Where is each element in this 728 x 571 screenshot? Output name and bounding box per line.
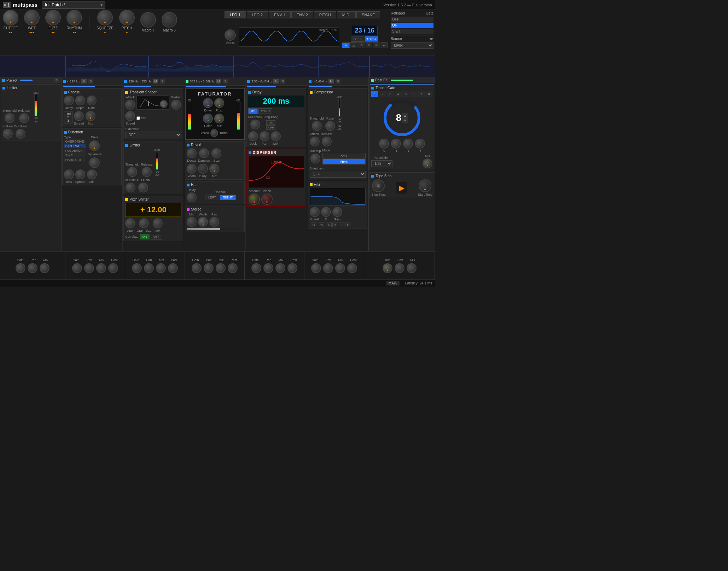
bl-mix-knob[interactable]	[40, 263, 49, 273]
band4-m-btn[interactable]: M	[273, 79, 279, 83]
lim2-outgain-knob[interactable]	[138, 183, 148, 192]
tg-d-knob[interactable]	[391, 139, 401, 149]
ts-attack-knob[interactable]	[125, 100, 135, 110]
cutoff-knob[interactable]	[3, 10, 18, 25]
delay-off-btn[interactable]: OFF	[266, 125, 275, 130]
squeeze-knob[interactable]	[97, 10, 113, 25]
delay-pan-knob[interactable]	[260, 131, 269, 141]
b5-mix-knob[interactable]	[335, 263, 345, 273]
limiter-threshold-knob[interactable]	[5, 113, 14, 123]
b2-post-knob[interactable]	[168, 263, 178, 273]
chorus-depth-knob[interactable]	[75, 96, 85, 105]
comp-peak-btn[interactable]: PEAK	[322, 159, 366, 165]
br-gain-knob[interactable]	[383, 263, 392, 273]
tg-cell-3[interactable]: 3	[387, 91, 394, 97]
delay-feedback-knob[interactable]	[250, 120, 260, 129]
tg-down-btn[interactable]: ▼	[402, 118, 408, 123]
haas-right-btn[interactable]: RIGHT	[220, 195, 236, 200]
delay-mix-knob[interactable]	[271, 131, 281, 141]
b4-gain-knob[interactable]	[251, 263, 261, 273]
lfo-free-btn[interactable]: FREE	[351, 36, 364, 42]
dist-sine[interactable]: SINE	[64, 153, 86, 157]
tg-a-knob[interactable]	[379, 139, 389, 149]
rev-decay-knob[interactable]	[187, 148, 197, 158]
rhythm-knob[interactable]	[66, 10, 82, 25]
b1-pan-knob[interactable]	[84, 263, 94, 273]
ps-off-btn[interactable]: OFF	[151, 234, 162, 240]
band3-m-btn[interactable]: M	[216, 79, 222, 83]
stereo-width-knob[interactable]	[198, 217, 208, 227]
ts-speed-knob[interactable]	[125, 111, 135, 121]
fuzz-knob[interactable]	[45, 10, 61, 25]
b2-pan-knob[interactable]	[144, 263, 154, 273]
rev-mix-knob[interactable]	[209, 164, 219, 174]
ps-jitter-knob[interactable]	[125, 218, 135, 228]
fat-stereo-knob[interactable]	[210, 129, 218, 137]
tab-snake[interactable]: SNAKE	[356, 11, 380, 18]
band5-s-btn[interactable]: S	[336, 79, 340, 83]
tg-cell-4[interactable]: 4	[395, 91, 402, 97]
source-select[interactable]: MAIN	[391, 42, 433, 49]
limiter-ingain-knob[interactable]	[3, 129, 13, 139]
chorus-spread-knob[interactable]	[74, 111, 84, 121]
chorus-delay-knob[interactable]	[64, 96, 74, 105]
b3-mix-knob[interactable]	[216, 263, 226, 273]
lim2-release-knob[interactable]	[142, 167, 152, 177]
delay-on-btn[interactable]: ON	[266, 120, 275, 125]
dist-spread-knob[interactable]	[75, 169, 85, 179]
fat-drive-knob[interactable]	[203, 98, 213, 108]
dist-foldback[interactable]: FOLDBACK	[64, 149, 86, 153]
wave-saw-btn[interactable]: /\	[366, 42, 372, 48]
ts-clip-label[interactable]: Clip	[136, 116, 146, 120]
tg-up-btn[interactable]: ▲	[402, 113, 408, 118]
chorus-rate-knob[interactable]	[87, 96, 97, 105]
band1-m-btn[interactable]: M	[81, 79, 87, 83]
b5-pan-knob[interactable]	[323, 263, 333, 273]
wave-snh-btn[interactable]: ⌐	[381, 42, 388, 48]
tg-resolution-select[interactable]: 1/32	[371, 160, 392, 167]
comp-attack-knob[interactable]	[310, 137, 320, 146]
filter-shape-peak[interactable]: ⌀	[345, 223, 350, 227]
tg-cell-1[interactable]: 1	[371, 91, 378, 97]
band1-s-btn[interactable]: S	[88, 79, 93, 83]
tg-mix-knob[interactable]	[423, 158, 432, 168]
fat-color-knob[interactable]	[203, 114, 213, 123]
tab-env1[interactable]: ENV 1	[269, 11, 291, 18]
band3-s-btn[interactable]: S	[223, 79, 228, 83]
tg-cell-2[interactable]: 2	[379, 91, 386, 97]
fat-fuzz-knob[interactable]	[214, 98, 224, 108]
tg-cell-7[interactable]: 7	[418, 91, 425, 97]
fat-mix-knob[interactable]	[214, 114, 224, 123]
filter-gain-knob[interactable]	[332, 207, 342, 217]
b2-gain-knob[interactable]	[132, 263, 142, 273]
tab-pitch[interactable]: PITCH	[314, 11, 336, 18]
nav-arrow[interactable]: ◀▶	[429, 37, 433, 40]
tg-s-knob[interactable]	[403, 139, 413, 149]
prefx-s-btn[interactable]: S	[54, 78, 59, 82]
b3-gain-knob[interactable]	[192, 263, 202, 273]
tapestop-stop-knob[interactable]: ✱	[372, 179, 385, 192]
wave-noise-btn[interactable]: ≋	[373, 42, 380, 48]
filter-shape-hp[interactable]: ↑∿	[318, 223, 325, 227]
delay-ms-btn[interactable]: MS	[248, 108, 258, 114]
b3-pan-knob[interactable]	[204, 263, 214, 273]
filter-cutoff-knob[interactable]	[310, 207, 320, 217]
tg-cell-5[interactable]: 5	[402, 91, 409, 97]
tg-r-knob[interactable]	[415, 139, 425, 149]
lim2-threshold-knob[interactable]	[127, 167, 137, 177]
dist-drive-knob[interactable]	[89, 140, 100, 151]
dist-dynamics-knob[interactable]	[89, 157, 100, 168]
comp-ratio-knob[interactable]	[325, 121, 335, 131]
lim2-ingain-knob[interactable]	[126, 183, 135, 192]
delay-duck-knob[interactable]	[248, 131, 258, 141]
ps-on-btn[interactable]: ON	[140, 234, 150, 240]
br-mix-knob[interactable]	[407, 263, 417, 273]
retrigger-off[interactable]: OFF	[391, 17, 433, 22]
filter-shape-lp[interactable]: ∿↓	[310, 223, 317, 227]
b4-post-knob[interactable]	[287, 263, 297, 273]
lfo-phase-knob[interactable]	[225, 29, 236, 41]
macro7-knob[interactable]	[140, 12, 156, 28]
band2-m-btn[interactable]: M	[153, 79, 158, 83]
limiter-release-knob[interactable]	[19, 113, 29, 123]
dist-mix-knob[interactable]	[87, 169, 97, 179]
